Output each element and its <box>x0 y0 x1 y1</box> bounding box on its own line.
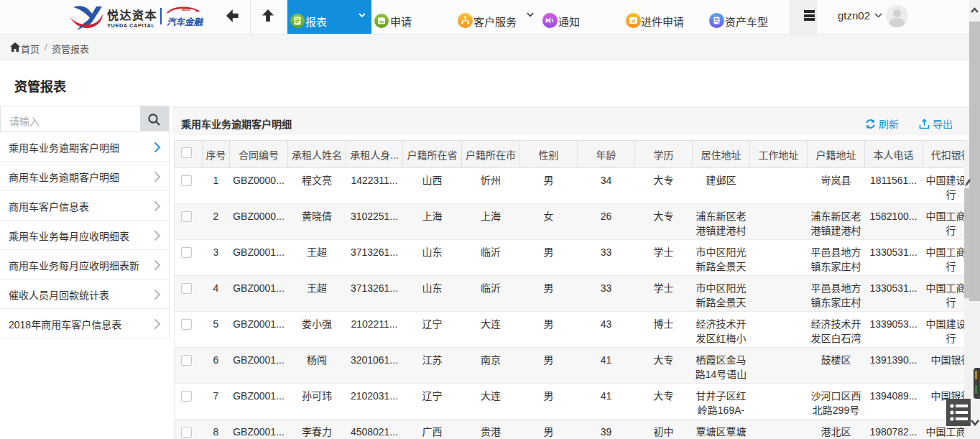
svg-text:YUEDA CAPITAL: YUEDA CAPITAL <box>107 22 155 29</box>
svg-text:auto: auto <box>182 7 190 11</box>
svg-text:汽车金融: 汽车金融 <box>167 17 204 27</box>
svg-text:悦达资本: 悦达资本 <box>107 9 157 22</box>
